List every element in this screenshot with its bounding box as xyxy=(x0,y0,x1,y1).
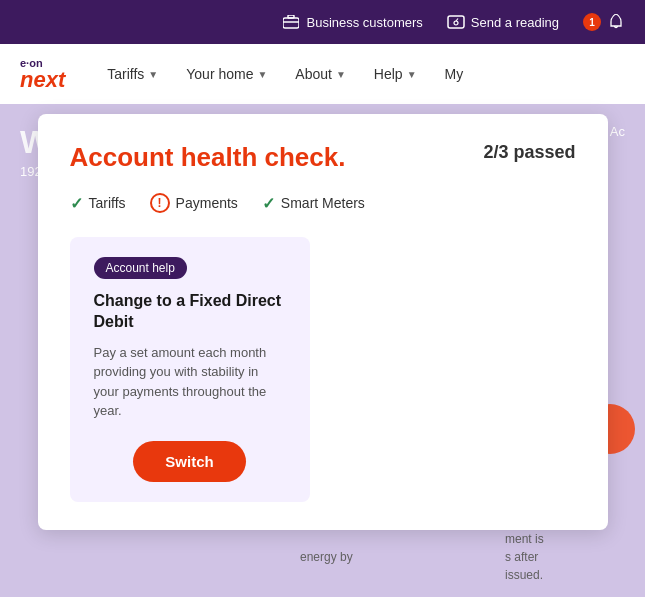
nav-help[interactable]: Help ▼ xyxy=(362,58,429,90)
send-reading-label: Send a reading xyxy=(471,15,559,30)
bell-icon xyxy=(607,13,625,31)
your-home-chevron-icon: ▼ xyxy=(257,69,267,80)
card-description: Pay a set amount each month providing yo… xyxy=(94,343,286,421)
help-chevron-icon: ▼ xyxy=(407,69,417,80)
svg-rect-1 xyxy=(283,18,299,28)
tariffs-check-icon: ✓ xyxy=(70,194,83,213)
check-tariffs-label: Tariffs xyxy=(89,195,126,211)
meter-icon xyxy=(447,13,465,31)
modal-passed: 2/3 passed xyxy=(483,142,575,163)
account-help-card: Account help Change to a Fixed Direct De… xyxy=(70,237,310,502)
modal-title: Account health check. xyxy=(70,142,346,173)
nav-tariffs[interactable]: Tariffs ▼ xyxy=(95,58,170,90)
check-items: ✓ Tariffs ! Payments ✓ Smart Meters xyxy=(70,193,576,213)
modal-overlay: Account health check. 2/3 passed ✓ Tarif… xyxy=(0,104,645,597)
nav-help-label: Help xyxy=(374,66,403,82)
card-title: Change to a Fixed Direct Debit xyxy=(94,291,286,333)
nav-about-label: About xyxy=(295,66,332,82)
notification-count: 1 xyxy=(583,13,601,31)
nav-your-home[interactable]: Your home ▼ xyxy=(174,58,279,90)
check-smart-meters-label: Smart Meters xyxy=(281,195,365,211)
svg-line-5 xyxy=(456,19,458,22)
nav-your-home-label: Your home xyxy=(186,66,253,82)
logo[interactable]: e·on next xyxy=(20,58,65,91)
modal-header: Account health check. 2/3 passed xyxy=(70,142,576,173)
logo-next: next xyxy=(20,69,65,91)
nav-about[interactable]: About ▼ xyxy=(283,58,358,90)
check-tariffs: ✓ Tariffs xyxy=(70,194,126,213)
svg-point-4 xyxy=(454,21,458,25)
check-payments: ! Payments xyxy=(150,193,238,213)
business-customers-label: Business customers xyxy=(306,15,422,30)
nav-tariffs-label: Tariffs xyxy=(107,66,144,82)
smart-meters-check-icon: ✓ xyxy=(262,194,275,213)
check-payments-label: Payments xyxy=(176,195,238,211)
modal-container: Account health check. 2/3 passed ✓ Tarif… xyxy=(38,114,608,530)
nav-my-label: My xyxy=(445,66,464,82)
nav-bar: e·on next Tariffs ▼ Your home ▼ About ▼ … xyxy=(0,44,645,104)
payments-warn-icon: ! xyxy=(150,193,170,213)
tariffs-chevron-icon: ▼ xyxy=(148,69,158,80)
about-chevron-icon: ▼ xyxy=(336,69,346,80)
briefcase-icon xyxy=(282,13,300,31)
send-reading-link[interactable]: Send a reading xyxy=(447,13,559,31)
notification-bell[interactable]: 1 xyxy=(583,13,625,31)
top-bar: Business customers Send a reading 1 xyxy=(0,0,645,44)
nav-my[interactable]: My xyxy=(433,58,476,90)
card-badge: Account help xyxy=(94,257,187,279)
svg-rect-3 xyxy=(448,16,464,28)
switch-button[interactable]: Switch xyxy=(133,441,245,482)
page-background: We 192 G... Ac energy by t paym payme me… xyxy=(0,104,645,597)
check-smart-meters: ✓ Smart Meters xyxy=(262,194,365,213)
business-customers-link[interactable]: Business customers xyxy=(282,13,422,31)
nav-items: Tariffs ▼ Your home ▼ About ▼ Help ▼ My xyxy=(95,58,625,90)
